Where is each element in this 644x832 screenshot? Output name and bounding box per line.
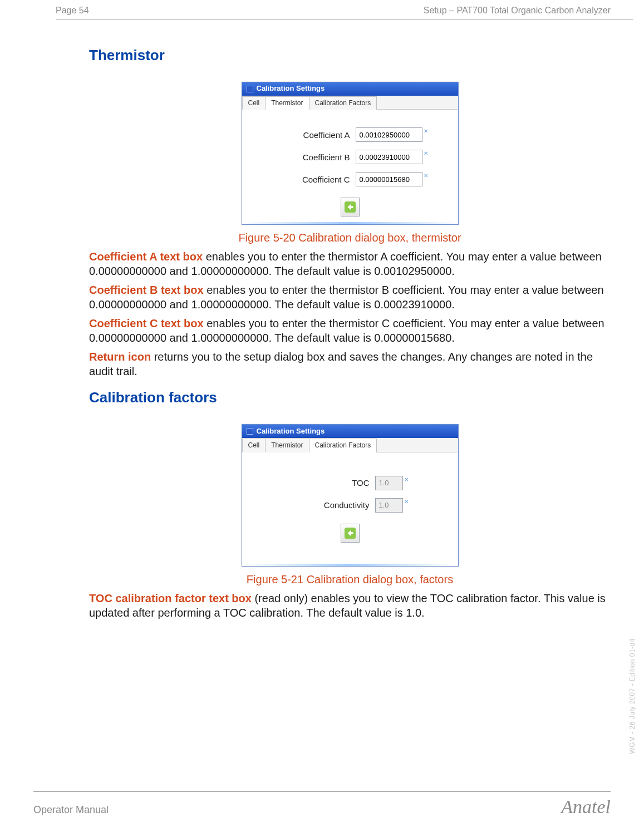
dialog-bottom-border: [242, 222, 458, 224]
thermistor-dialog: Calibration Settings Cell Thermistor Cal…: [242, 82, 459, 225]
close-icon[interactable]: [449, 85, 456, 92]
dialog-titlebar: Calibration Settings: [242, 425, 458, 438]
tab-cell[interactable]: Cell: [242, 439, 266, 452]
label-coeff-b: Coefficient B: [272, 152, 350, 163]
tab-calibration-factors[interactable]: Calibration Factors: [309, 439, 377, 452]
heading-thermistor: Thermistor: [89, 46, 611, 65]
edit-chip-icon: ✕: [424, 172, 428, 176]
tab-thermistor[interactable]: Thermistor: [265, 96, 309, 110]
window-icon: [247, 86, 253, 92]
dialog-titlebar: Calibration Settings: [242, 82, 458, 96]
tab-bar: Cell Thermistor Calibration Factors: [242, 96, 458, 110]
return-button[interactable]: [341, 198, 360, 216]
figure-caption-5-21: Figure 5-21 Calibration dialog box, fact…: [89, 572, 611, 587]
edit-chip-icon: ✕: [404, 476, 409, 480]
edit-chip-icon: ✕: [424, 150, 428, 154]
tab-cell[interactable]: Cell: [242, 96, 266, 110]
input-coeff-a[interactable]: [356, 127, 422, 142]
lead-coeff-b: Coefficient B text box: [89, 284, 204, 296]
input-coeff-b[interactable]: [356, 150, 422, 164]
lead-coeff-a: Coefficient A text box: [89, 250, 203, 263]
edit-chip-icon: ✕: [404, 498, 409, 503]
footer-brand: Anatel: [561, 796, 611, 818]
return-arrow-icon: [344, 527, 356, 539]
edit-chip-icon: ✕: [424, 127, 428, 132]
label-conductivity: Conductivity: [292, 500, 370, 511]
close-icon[interactable]: [449, 427, 456, 435]
dialog-title: Calibration Settings: [257, 84, 325, 93]
lead-coeff-c: Coefficient C text box: [89, 317, 204, 329]
page-number: Page 54: [56, 6, 89, 16]
lead-toc: TOC calibration factor text box: [89, 592, 252, 604]
para-coeff-a: Coefficient A text box enables you to en…: [89, 249, 611, 278]
return-button[interactable]: [341, 524, 360, 543]
figure-caption-5-20: Figure 5-20 Calibration dialog box, ther…: [89, 230, 611, 245]
window-icon: [247, 428, 253, 435]
doc-section: Setup – PAT700 Total Organic Carbon Anal…: [424, 6, 611, 16]
dialog-title: Calibration Settings: [257, 427, 325, 436]
para-toc-factor: TOC calibration factor text box (read on…: [89, 591, 611, 620]
side-revision-note: WGM - 26 July 2007 - Edition 01-d4: [628, 638, 636, 754]
input-conductivity-factor: [375, 498, 403, 513]
tab-bar: Cell Thermistor Calibration Factors: [242, 438, 458, 452]
label-toc: TOC: [292, 477, 370, 489]
tab-thermistor[interactable]: Thermistor: [265, 439, 309, 452]
input-toc-factor: [375, 476, 403, 490]
para-return-icon: Return icon returns you to the setup dia…: [89, 349, 611, 378]
footer-left: Operator Manual: [33, 804, 109, 816]
factors-dialog: Calibration Settings Cell Thermistor Cal…: [242, 424, 459, 567]
lead-return: Return icon: [89, 351, 151, 363]
return-arrow-icon: [344, 201, 356, 213]
heading-calibration-factors: Calibration factors: [89, 388, 611, 407]
para-coeff-b: Coefficient B text box enables you to en…: [89, 283, 611, 312]
text-return: returns you to the setup dialog box and …: [89, 351, 593, 377]
para-coeff-c: Coefficient C text box enables you to en…: [89, 316, 611, 345]
dialog-bottom-border: [242, 564, 458, 566]
footer-rule: [33, 791, 611, 792]
label-coeff-a: Coefficient A: [272, 130, 350, 141]
label-coeff-c: Coefficient C: [272, 174, 350, 185]
tab-calibration-factors[interactable]: Calibration Factors: [309, 96, 377, 110]
input-coeff-c[interactable]: [356, 172, 422, 186]
